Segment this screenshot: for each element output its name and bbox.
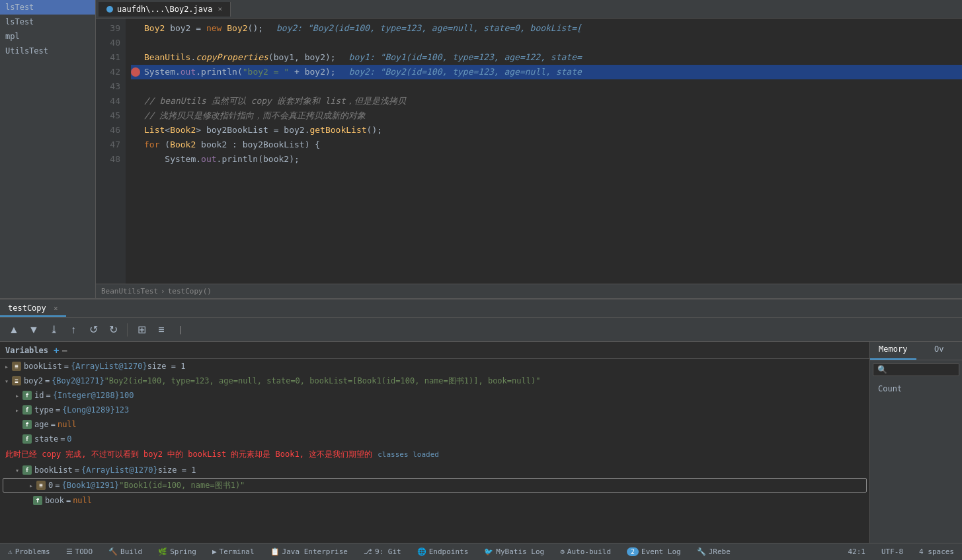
- status-problems[interactable]: ⚠ Problems: [5, 547, 53, 556]
- status-java-enterprise[interactable]: 📋 Java Enterprise: [268, 547, 350, 556]
- var-row-state[interactable]: ▸ f state = 0: [0, 432, 869, 446]
- tab-close-icon[interactable]: ×: [218, 5, 223, 13]
- tab-boy2java[interactable]: uaufdh\...\Boy2.java ×: [99, 2, 231, 17]
- var-row-book[interactable]: ▸ f book = null: [0, 493, 869, 508]
- breakpoint-icon: [131, 67, 140, 77]
- code-line-48: System. out .println(book2);: [131, 152, 962, 167]
- todo-icon: ☰: [66, 547, 73, 556]
- var-row-type[interactable]: ▸ f type = {Long@1289} 123: [0, 403, 869, 417]
- debug-tab-label: testCopy: [8, 303, 46, 313]
- classes-loaded: classes loaded: [378, 450, 439, 459]
- variables-list: ▸ ≡ bookList = {ArrayList@1270} size = 1…: [0, 359, 869, 543]
- annotation-text: 此时已经 copy 完成, 不过可以看到 boy2 中的 bookList 的元…: [5, 449, 372, 460]
- java-icon: [106, 6, 113, 13]
- type-badge-booklist-child: f: [22, 465, 32, 475]
- status-encoding: UTF-8: [879, 547, 906, 556]
- debug-btn-restart[interactable]: ↺: [85, 321, 102, 339]
- search-input[interactable]: [873, 363, 959, 376]
- status-git[interactable]: ⎇ 9: Git: [361, 547, 404, 556]
- code-line-47: for ( Book2 book2 : boy2BookList) {: [131, 138, 962, 152]
- var-row-booklist-child[interactable]: ▾ f bookList = {ArrayList@1270} size = 1: [0, 463, 869, 477]
- expand-icon-booklist-child[interactable]: ▾: [13, 466, 21, 474]
- spring-icon: 🌿: [158, 547, 167, 556]
- cursor-icon: |: [178, 325, 183, 335]
- build-icon: 🔨: [108, 547, 118, 556]
- status-indent: 4 spaces: [916, 547, 957, 556]
- type-badge-age: f: [22, 420, 32, 429]
- debug-tab-close[interactable]: ×: [54, 304, 58, 313]
- sidebar-item-1[interactable]: lsTest: [0, 0, 95, 15]
- code-line-40: [131, 36, 962, 50]
- expand-icon-id[interactable]: ▸: [13, 391, 21, 399]
- line-numbers: 39 40 41 42 43 44 45 46 47 48: [96, 19, 126, 284]
- debug-btn-step-out[interactable]: ↑: [65, 321, 82, 339]
- tab-label: uaufdh\...\Boy2.java: [117, 5, 213, 14]
- status-todo[interactable]: ☰ TODO: [63, 547, 96, 556]
- debug-toolbar: ▲ ▼ ⤓ ↑ ↺ ↻ ⊞ ≡ |: [0, 318, 962, 342]
- variables-minus-btn[interactable]: −: [61, 345, 67, 356]
- breadcrumb-class[interactable]: BeanUtilsTest: [101, 287, 158, 296]
- problems-icon: ⚠: [8, 547, 13, 556]
- search-box: [870, 360, 962, 379]
- sidebar: lsTest lsTest mpl UtilsTest: [0, 0, 96, 298]
- var-row-age[interactable]: ▸ f age = null: [0, 417, 869, 432]
- breadcrumb-method[interactable]: testCopy(): [168, 287, 212, 296]
- type-badge-id: f: [22, 391, 32, 400]
- ln-40: 40: [96, 36, 120, 50]
- debug-btn-redo[interactable]: ↻: [104, 321, 122, 339]
- var-row-booklist[interactable]: ▸ ≡ bookList = {ArrayList@1270} size = 1: [0, 359, 869, 374]
- status-spring[interactable]: 🌿 Spring: [155, 547, 199, 556]
- sidebar-item-3[interactable]: mpl: [0, 29, 95, 44]
- debug-btn-down[interactable]: ▼: [25, 321, 42, 339]
- event-badge: 2: [627, 547, 639, 556]
- variables-add-btn[interactable]: +: [54, 345, 59, 356]
- debug-btn-list[interactable]: ≡: [153, 321, 170, 339]
- debug-btn-up[interactable]: ▲: [5, 321, 22, 339]
- debug-btn-step-into[interactable]: ⤓: [45, 321, 62, 339]
- expand-icon-boy2[interactable]: ▾: [3, 377, 11, 385]
- debug-panel: testCopy × ▲ ▼ ⤓ ↑ ↺ ↻ ⊞ ≡ | Variables +: [0, 298, 962, 543]
- toolbar-separator: [127, 323, 128, 337]
- right-item-count[interactable]: Count: [873, 380, 959, 397]
- right-tab-ov[interactable]: Ov: [916, 342, 963, 360]
- expand-icon-booklist[interactable]: ▸: [3, 362, 11, 370]
- debug-tab-testcopy[interactable]: testCopy ×: [0, 301, 66, 317]
- ln-42: 42: [96, 65, 120, 79]
- expand-icon-type[interactable]: ▸: [13, 406, 21, 414]
- debug-tab-bar: testCopy ×: [0, 300, 962, 318]
- status-mybatis[interactable]: 🐦 MyBatis Log: [481, 547, 547, 556]
- var-row-id[interactable]: ▸ f id = {Integer@1288} 100: [0, 388, 869, 403]
- debug-content: Variables + − ▸ ≡ bookList = {ArrayList@…: [0, 342, 962, 543]
- var-row-boy2[interactable]: ▾ ≡ boy2 = {Boy2@1271} "Boy2(id=100, typ…: [0, 374, 869, 388]
- expand-icon-book1[interactable]: ▸: [27, 481, 35, 489]
- sidebar-item-2[interactable]: lsTest: [0, 15, 95, 29]
- status-jrebe[interactable]: 🔧 JRebe: [694, 547, 733, 556]
- variables-title: Variables: [5, 346, 48, 355]
- type-badge-booklist: ≡: [12, 362, 21, 371]
- status-endpoints[interactable]: 🌐 Endpoints: [415, 547, 471, 556]
- ln-46: 46: [96, 123, 120, 138]
- status-bar: ⚠ Problems ☰ TODO 🔨 Build 🌿 Spring ▶ Ter…: [0, 543, 962, 560]
- right-tab-memory[interactable]: Memory: [870, 342, 916, 360]
- status-eventlog[interactable]: 2 Event Log: [624, 547, 684, 556]
- terminal-icon: ▶: [212, 547, 217, 556]
- annotation-container: 此时已经 copy 完成, 不过可以看到 boy2 中的 bookList 的元…: [0, 446, 869, 463]
- tab-bar: uaufdh\...\Boy2.java ×: [96, 0, 962, 19]
- git-icon: ⎇: [364, 547, 372, 556]
- debug-btn-grid[interactable]: ⊞: [133, 321, 150, 339]
- ln-48: 48: [96, 152, 120, 167]
- mybatis-icon: 🐦: [484, 547, 493, 556]
- code-line-43: [131, 79, 962, 94]
- code-line-42: System. out .println( "boy2 = " + boy2);…: [131, 65, 962, 79]
- type-badge-state: f: [22, 434, 32, 444]
- status-build[interactable]: 🔨 Build: [106, 547, 145, 556]
- ln-44: 44: [96, 94, 120, 108]
- sidebar-item-4[interactable]: UtilsTest: [0, 44, 95, 58]
- code-lines: Boy2 boy2 = new Boy2 (); boy2: "Boy2(id=…: [126, 19, 962, 284]
- right-tab-bar: Memory Ov: [870, 342, 962, 360]
- status-autobuild[interactable]: ⚙ Auto-build: [557, 547, 614, 556]
- ln-45: 45: [96, 108, 120, 123]
- endpoints-icon: 🌐: [417, 547, 426, 556]
- var-row-book1[interactable]: ▸ ≡ 0 = {Book1@1291} "Book1(id=100, name…: [3, 478, 867, 493]
- status-terminal[interactable]: ▶ Terminal: [210, 547, 257, 556]
